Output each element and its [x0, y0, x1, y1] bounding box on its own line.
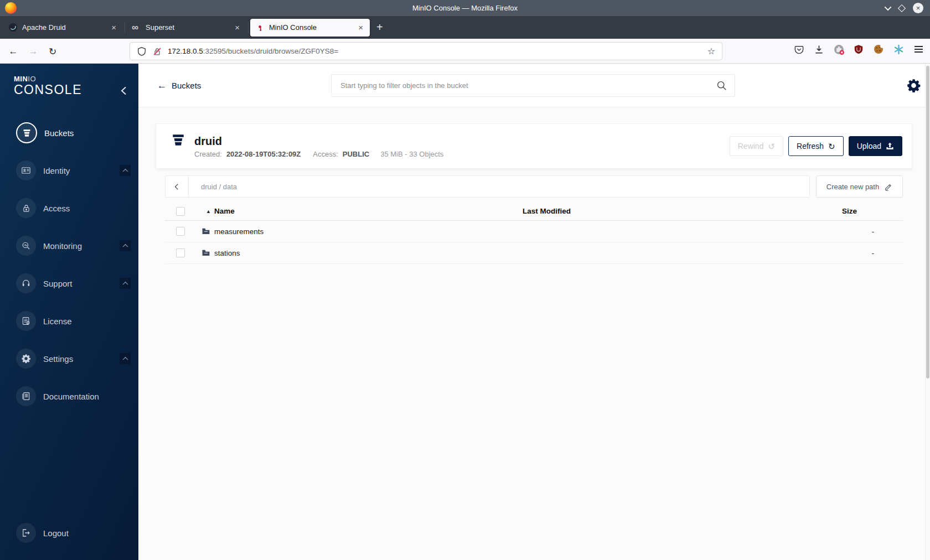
tab-superset[interactable]: ∞ Superset × — [127, 19, 246, 37]
logo-io: IO — [28, 75, 36, 83]
pocket-icon[interactable] — [793, 43, 805, 55]
sidebar-item-label: Monitoring — [43, 241, 112, 251]
rewind-label: Rewind — [738, 142, 764, 151]
bucket-icon — [171, 133, 185, 147]
url-bar[interactable]: 172.18.0.5:32595/buckets/druid/browse/ZG… — [130, 42, 722, 60]
filter-search-box — [331, 74, 735, 97]
object-name[interactable]: measurements — [214, 227, 264, 236]
sidebar-item-monitoring[interactable]: Monitoring — [0, 227, 138, 265]
tracking-shield-icon[interactable] — [137, 46, 147, 56]
sidebar-item-identity[interactable]: Identity — [0, 152, 138, 189]
sidebar-item-support[interactable]: Support — [0, 265, 138, 302]
scrollbar-thumb[interactable] — [926, 66, 929, 378]
tab-minio-console[interactable]: MinIO Console × — [250, 19, 370, 37]
column-header-name[interactable]: Name — [214, 207, 235, 215]
access-label: Access: — [313, 150, 338, 158]
bucket-icon — [16, 122, 37, 143]
gear-icon[interactable] — [906, 78, 921, 93]
sidebar-collapse-icon[interactable] — [120, 86, 127, 96]
window-maximize-icon[interactable] — [898, 4, 906, 12]
bucket-stats: 35 MiB - 33 Objects — [380, 150, 443, 158]
ublock-icon[interactable] — [852, 43, 865, 55]
tab-separator — [248, 22, 249, 33]
insecure-lock-icon[interactable] — [152, 46, 162, 56]
column-header-last-modified[interactable]: Last Modified — [523, 207, 809, 215]
create-new-path-label: Create new path — [826, 183, 879, 191]
object-size: - — [809, 249, 903, 257]
sort-asc-icon[interactable]: ▲ — [206, 209, 211, 214]
documentation-icon — [16, 386, 36, 406]
chevron-up-icon[interactable] — [120, 165, 131, 176]
bookmark-star-icon[interactable]: ☆ — [707, 46, 715, 56]
sidebar-item-label: Settings — [43, 354, 112, 364]
main-content: ← Buckets druid Created: — [138, 64, 930, 560]
bucket-summary-card: druid Created: 2022-08-19T05:32:09Z Acce… — [156, 123, 912, 169]
sidebar-item-logout[interactable]: Logout — [0, 514, 138, 552]
create-path-icon — [884, 183, 892, 191]
rewind-icon: ↺ — [768, 142, 775, 151]
tab-close-icon[interactable]: × — [233, 23, 241, 32]
reload-button[interactable]: ↻ — [45, 44, 60, 59]
tab-label: Superset — [146, 23, 229, 32]
asterisk-extension-icon[interactable] — [892, 43, 905, 55]
tab-label: MinIO Console — [269, 23, 352, 32]
tab-close-icon[interactable]: × — [110, 23, 118, 32]
upload-button[interactable]: Upload — [849, 136, 902, 156]
object-name[interactable]: stations — [214, 249, 240, 257]
license-icon — [16, 311, 36, 331]
upload-label: Upload — [857, 142, 881, 151]
menu-icon[interactable] — [912, 43, 924, 55]
identity-icon — [16, 160, 36, 180]
create-new-path-button[interactable]: Create new path — [816, 175, 903, 198]
minio-console-logo: MINIO CONSOLE — [14, 75, 82, 97]
extension-icon[interactable] — [833, 43, 845, 55]
sidebar-item-label: Logout — [43, 528, 131, 538]
logout-icon — [16, 523, 36, 543]
support-icon — [16, 273, 36, 293]
path-breadcrumb-box: druid / data — [165, 175, 810, 198]
sidebar-item-label: Identity — [43, 166, 112, 175]
back-button[interactable]: ← — [6, 44, 21, 59]
column-header-size[interactable]: Size — [809, 207, 903, 215]
window-titlebar: MinIO Console — Mozilla Firefox × — [0, 0, 930, 16]
sidebar-item-license[interactable]: License — [0, 302, 138, 340]
object-size: - — [809, 227, 903, 236]
cookie-icon[interactable] — [872, 43, 885, 55]
tab-apache-druid[interactable]: Apache Druid × — [3, 19, 123, 37]
breadcrumb-path[interactable]: druid / data — [189, 183, 237, 191]
sidebar-nav: Buckets Identity — [0, 114, 138, 415]
row-checkbox[interactable] — [176, 248, 185, 257]
created-value: 2022-08-19T05:32:09Z — [226, 150, 301, 158]
window-close-icon[interactable]: × — [913, 3, 923, 13]
sidebar-item-access[interactable]: Access — [0, 189, 138, 227]
path-back-button[interactable] — [166, 176, 189, 197]
sidebar-item-settings[interactable]: Settings — [0, 340, 138, 377]
chevron-up-icon[interactable] — [120, 278, 131, 289]
select-all-checkbox[interactable] — [176, 207, 185, 216]
table-row[interactable]: stations - — [165, 242, 903, 264]
row-checkbox[interactable] — [176, 227, 185, 236]
table-row[interactable]: measurements - — [165, 221, 903, 242]
minio-flamingo-icon — [255, 23, 265, 32]
back-to-buckets-link[interactable]: ← Buckets — [157, 64, 201, 107]
rewind-button[interactable]: Rewind ↺ — [730, 136, 783, 156]
bucket-name: druid — [194, 135, 730, 147]
chevron-up-icon[interactable] — [120, 353, 131, 364]
tab-close-icon[interactable]: × — [356, 23, 365, 32]
table-header-row: ▲ Name Last Modified Size — [165, 202, 903, 221]
refresh-button[interactable]: Refresh ↻ — [788, 136, 844, 156]
search-input[interactable] — [339, 81, 716, 90]
druid-icon — [8, 23, 18, 32]
page-scrollbar[interactable] — [925, 64, 930, 560]
refresh-label: Refresh — [797, 142, 824, 151]
chevron-up-icon[interactable] — [120, 240, 131, 251]
sidebar-item-documentation[interactable]: Documentation — [0, 377, 138, 415]
tab-label: Apache Druid — [22, 23, 105, 32]
new-tab-button[interactable]: + — [370, 21, 390, 34]
downloads-icon[interactable] — [813, 43, 825, 55]
sidebar-item-buckets[interactable]: Buckets — [0, 114, 138, 152]
forward-button[interactable]: → — [25, 44, 41, 59]
created-label: Created: — [194, 150, 222, 158]
url-host: 172.18.0.5 — [168, 47, 203, 55]
window-minimize-icon[interactable] — [885, 3, 892, 11]
